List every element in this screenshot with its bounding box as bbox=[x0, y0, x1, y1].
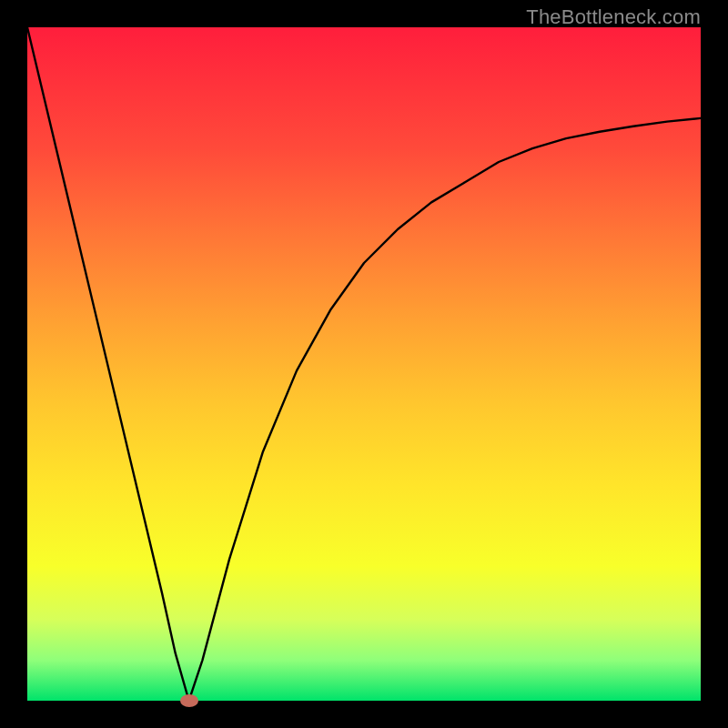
minimum-marker bbox=[180, 694, 198, 707]
watermark-text: TheBottleneck.com bbox=[526, 5, 701, 29]
curve-path bbox=[27, 27, 701, 701]
bottleneck-curve bbox=[27, 27, 701, 701]
chart-frame: TheBottleneck.com bbox=[0, 0, 728, 728]
plot-area bbox=[27, 27, 701, 701]
